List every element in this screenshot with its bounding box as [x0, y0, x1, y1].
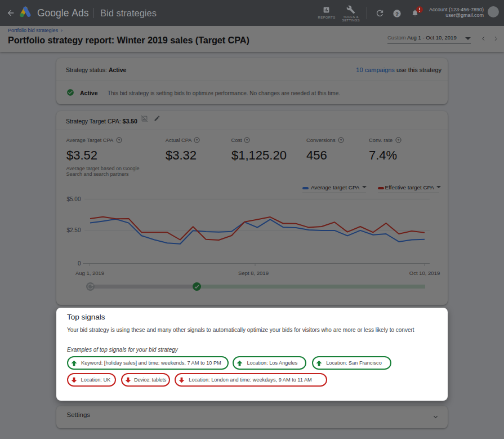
svg-text:?: ? — [395, 11, 399, 17]
